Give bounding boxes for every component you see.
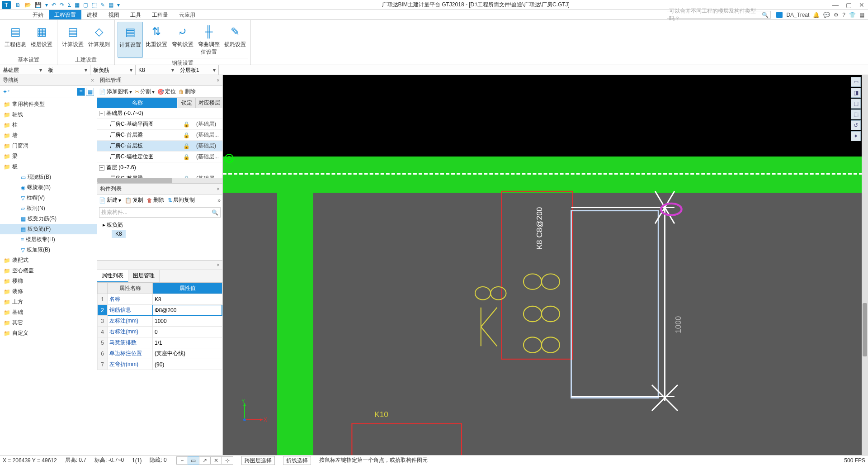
- nav-child-1[interactable]: ◉螺旋板(B): [0, 182, 97, 193]
- nav-item-0[interactable]: 📁常用构件类型: [0, 99, 97, 109]
- st-tool-5[interactable]: ⊹: [222, 456, 233, 465]
- complist-close-icon[interactable]: ×: [217, 186, 220, 192]
- qat-dd-icon[interactable]: ▾: [44, 2, 49, 8]
- gear-icon[interactable]: ⚙: [834, 12, 839, 18]
- minimize-icon[interactable]: —: [830, 1, 840, 9]
- view-list-icon[interactable]: ≡: [77, 88, 85, 96]
- nav-item-10[interactable]: 📁装修: [0, 286, 97, 297]
- lock-icon[interactable]: 🔒: [177, 132, 195, 138]
- nav-item-8[interactable]: 📁空心楼盖: [0, 266, 97, 276]
- comp-copy-button[interactable]: 📋复制: [125, 196, 143, 204]
- prop-value[interactable]: 1000: [153, 316, 222, 327]
- selector-0[interactable]: 基础层▾: [0, 65, 45, 75]
- qat-box-icon[interactable]: ▢: [82, 2, 89, 8]
- prop-value[interactable]: 1/1: [153, 337, 222, 348]
- nav-item-9[interactable]: 📁楼梯: [0, 276, 97, 286]
- vp-tool-1[interactable]: ▭: [851, 77, 861, 87]
- ribbon-btn-2-0[interactable]: ▤计算设置: [118, 22, 143, 58]
- dwg-row-0[interactable]: −基础层 (-0.7~0): [97, 108, 222, 119]
- menu-tab-3[interactable]: 视图: [103, 10, 125, 19]
- chat-icon[interactable]: 💬: [823, 12, 830, 18]
- comp-item-k8[interactable]: K8: [112, 230, 126, 238]
- nav-item-14[interactable]: 📁自定义: [0, 328, 97, 338]
- nav-item-7[interactable]: 📁装配式: [0, 255, 97, 266]
- nav-child-3[interactable]: ▱板洞(N): [0, 203, 97, 214]
- nav-child-6[interactable]: ≡楼层板带(H): [0, 234, 97, 245]
- dwg-locate-button[interactable]: 🎯定位: [157, 88, 176, 95]
- ribbon-btn-1-1[interactable]: ◇计算规则: [86, 22, 112, 55]
- nav-child-7[interactable]: ▽板加腋(B): [0, 245, 97, 255]
- vp-tool-5[interactable]: ↺: [851, 120, 861, 130]
- qat-ruler-icon[interactable]: ▤: [108, 2, 114, 8]
- nav-child-2[interactable]: ▽柱帽(V): [0, 193, 97, 203]
- dwg-row-2[interactable]: 厂房C-首层梁🔒(基础层...: [97, 130, 222, 141]
- bell-icon[interactable]: 🔔: [813, 12, 820, 18]
- ribbon-btn-0-0[interactable]: ▤工程信息: [3, 22, 28, 55]
- maximize-icon[interactable]: ▢: [844, 1, 854, 9]
- qat-save-icon[interactable]: 💾: [34, 2, 42, 8]
- help-search[interactable]: 可以合并不同工程的楼层及构件类型吗？ 🔍: [667, 11, 771, 19]
- viewport-vscroll[interactable]: [862, 75, 868, 455]
- menu-tab-1[interactable]: 工程设置: [49, 10, 81, 19]
- comp-new-button[interactable]: 📄新建 ▾: [99, 196, 121, 204]
- dwg-split-button[interactable]: ✂分割 ▾: [135, 88, 155, 95]
- selector-1[interactable]: 板▾: [45, 65, 90, 75]
- skin-icon[interactable]: 👕: [849, 12, 856, 18]
- qat-new-icon[interactable]: 🗎: [14, 2, 22, 8]
- comp-layercopy-button[interactable]: ⇅层间复制: [168, 196, 195, 204]
- nav-item-11[interactable]: 📁土方: [0, 297, 97, 307]
- st-tool-1[interactable]: ⌐: [176, 456, 188, 465]
- comp-delete-button[interactable]: 🗑删除: [147, 196, 164, 204]
- dwg-row-1[interactable]: 厂房C-基础平面图🔒(基础层): [97, 119, 222, 130]
- qat-grid-icon[interactable]: ▦: [74, 2, 80, 8]
- st-tool-3[interactable]: ↗: [199, 456, 211, 465]
- viewport[interactable]: G K8 C8@200: [223, 75, 868, 455]
- prop-value[interactable]: (90): [153, 359, 222, 370]
- ribbon-btn-1-0[interactable]: ▤计算设置: [60, 22, 85, 55]
- nav-item-13[interactable]: 📁其它: [0, 318, 97, 328]
- nav-child-5[interactable]: ▦板负筋(F): [0, 224, 97, 234]
- nav-item-1[interactable]: 📁轴线: [0, 109, 97, 120]
- qat-redo-icon[interactable]: ↷: [59, 2, 65, 8]
- prop-value[interactable]: Φ8@200: [153, 305, 222, 316]
- menu-tab-5[interactable]: 工程量: [146, 10, 174, 19]
- nav-item-3[interactable]: 📁墙: [0, 130, 97, 141]
- user-avatar-icon[interactable]: [776, 12, 783, 18]
- selector-3[interactable]: K8▾: [136, 65, 177, 75]
- prop-value[interactable]: K8: [153, 294, 222, 305]
- vp-tool-3[interactable]: ◫: [851, 99, 861, 109]
- lock-icon[interactable]: 🔒: [177, 154, 195, 160]
- lock-icon[interactable]: 🔒: [177, 121, 195, 128]
- status-cross-layer-button[interactable]: 跨图层选择: [241, 456, 275, 465]
- qat-more-icon[interactable]: ▾: [116, 2, 121, 8]
- menu-tab-2[interactable]: 建模: [81, 10, 103, 19]
- vp-tool-2[interactable]: ◨: [851, 88, 861, 98]
- ribbon-btn-2-2[interactable]: ⤾弯钩设置: [170, 22, 195, 58]
- selector-2[interactable]: 板负筋▾: [90, 65, 136, 75]
- qat-edit-icon[interactable]: ✎: [99, 2, 106, 8]
- qat-open-icon[interactable]: 📂: [24, 2, 32, 8]
- dwg-row-4[interactable]: 厂房C-墙柱定位图🔒(基础层...: [97, 152, 222, 162]
- dwg-close-icon[interactable]: ×: [217, 77, 220, 84]
- close-icon[interactable]: ✕: [857, 1, 866, 9]
- ribbon-btn-0-1[interactable]: ▦楼层设置: [29, 22, 54, 55]
- comp-root[interactable]: ▸ 板负筋: [101, 220, 219, 230]
- lock-icon[interactable]: 🔒: [177, 143, 195, 149]
- nav-close-icon[interactable]: ×: [91, 77, 94, 84]
- dwg-delete-button[interactable]: 🗑删除: [179, 88, 196, 95]
- qat-col-icon[interactable]: ⬚: [91, 2, 98, 8]
- nav-add-icon[interactable]: ✦⁺: [3, 89, 10, 95]
- qat-sum-icon[interactable]: Σ: [67, 2, 72, 8]
- comp-search[interactable]: 搜索构件... 🔍: [99, 207, 221, 218]
- nav-child-0[interactable]: ▭现浇板(B): [0, 172, 97, 182]
- qat-undo-icon[interactable]: ↶: [51, 2, 57, 8]
- prop-value[interactable]: (支座中心线): [153, 348, 222, 359]
- prop-value[interactable]: 0: [153, 327, 222, 337]
- prop-tab-0[interactable]: 属性列表: [97, 270, 128, 282]
- nav-item-12[interactable]: 📁基础: [0, 307, 97, 318]
- status-polyline-button[interactable]: 折线选择: [283, 456, 311, 465]
- view-grid-icon[interactable]: ▦: [86, 88, 94, 96]
- help-icon[interactable]: ?: [842, 12, 845, 18]
- vp-tool-4[interactable]: ⬚: [851, 109, 861, 119]
- ribbon-btn-2-4[interactable]: ✎损耗设置: [222, 22, 248, 58]
